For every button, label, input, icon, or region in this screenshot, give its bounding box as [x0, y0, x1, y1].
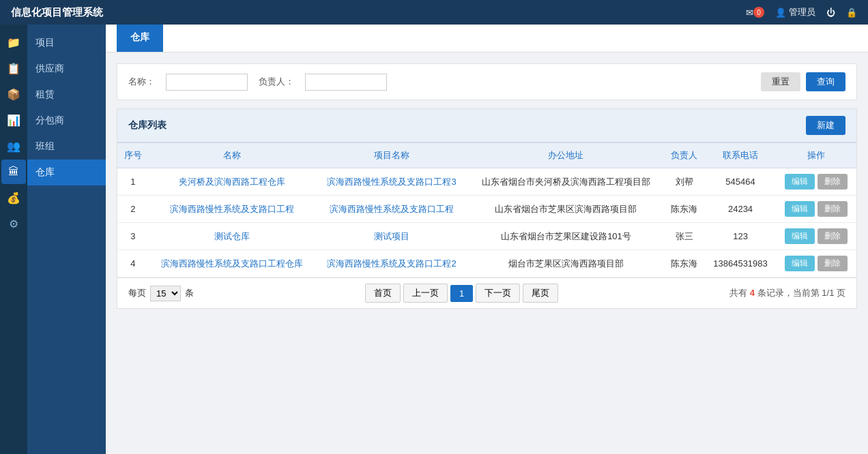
search-bar: 名称： 负责人： 重置 查询: [117, 63, 857, 100]
delete-button[interactable]: 删除: [818, 174, 848, 190]
mail-badge: 0: [753, 7, 764, 18]
main-layout: 📁 📋 📦 📊 👥 🏛 💰 ⚙ 项目 供应商 租赁 分包商 班组 仓库 仓库: [0, 25, 868, 454]
edit-button[interactable]: 编辑: [785, 228, 815, 244]
cell-project: 测试项目: [315, 223, 468, 250]
delete-button[interactable]: 删除: [818, 228, 848, 244]
content-body: 名称： 负责人： 重置 查询 仓库列表 新建 序号: [106, 52, 868, 454]
cell-id: 3: [117, 223, 149, 250]
table-row: 2 滨海西路慢性系统及支路口工程 滨海西路慢性系统及支路口工程 山东省烟台市芝果…: [117, 196, 856, 223]
sidebar-item-team[interactable]: 班组: [27, 134, 106, 160]
col-id: 序号: [117, 143, 149, 168]
name-label: 名称：: [128, 76, 155, 88]
sidebar-icon-supplier[interactable]: 📋: [1, 56, 26, 80]
col-phone: 联系电话: [705, 143, 776, 168]
query-button[interactable]: 查询: [806, 72, 845, 91]
prev-page-button[interactable]: 上一页: [403, 284, 448, 303]
col-project: 项目名称: [315, 143, 468, 168]
mail-button[interactable]: ✉ 0: [746, 7, 764, 18]
cell-project: 滨海西路慢性系统及支路口工程2: [315, 250, 468, 277]
per-page-select[interactable]: 15 20 50: [150, 286, 181, 301]
sidebar-item-project[interactable]: 项目: [27, 30, 106, 56]
project-link[interactable]: 滨海西路慢性系统及支路口工程2: [327, 258, 456, 269]
cell-address: 山东省烟台市芝果区建设路101号: [468, 223, 664, 250]
cell-contact: 刘帮: [664, 168, 705, 196]
cell-address: 山东省烟台市芝果区滨海西路项目部: [468, 196, 664, 223]
cell-action: 编辑 删除: [776, 223, 856, 250]
cell-id: 2: [117, 196, 149, 223]
per-page-label: 每页: [128, 287, 146, 299]
cell-address: 山东省烟台市夹河桥及滨海西路工程项目部: [468, 168, 664, 196]
sidebar-icon-subcontract[interactable]: 📊: [1, 108, 26, 132]
first-page-button[interactable]: 首页: [365, 284, 401, 303]
sidebar-icon-project[interactable]: 📁: [1, 30, 26, 55]
table-row: 1 夹河桥及滨海西路工程仓库 滨海西路慢性系统及支路口工程3 山东省烟台市夹河桥…: [117, 168, 856, 196]
name-link[interactable]: 滨海西路慢性系统及支路口工程: [170, 204, 294, 214]
total-text: 共有: [729, 288, 747, 298]
power-button[interactable]: ⏻: [826, 7, 835, 18]
top-header: 信息化项目管理系统 ✉ 0 👤 管理员 ⏻ 🔒: [0, 0, 868, 25]
table-row: 3 测试仓库 测试项目 山东省烟台市芝果区建设路101号 张三 123 编辑 删…: [117, 223, 856, 250]
cell-project: 滨海西路慢性系统及支路口工程3: [315, 168, 468, 196]
cell-address: 烟台市芝果区滨海西路项目部: [468, 250, 664, 277]
delete-button[interactable]: 删除: [818, 201, 848, 217]
main-content: 仓库 名称： 负责人： 重置 查询 仓库列表 新建: [106, 25, 868, 454]
cell-name: 夹河桥及滨海西路工程仓库: [149, 168, 315, 196]
edit-button[interactable]: 编辑: [785, 201, 815, 217]
per-page-unit: 条: [185, 287, 194, 299]
new-button[interactable]: 新建: [806, 116, 845, 135]
cell-contact: 张三: [664, 223, 705, 250]
table-panel-header: 仓库列表 新建: [117, 109, 856, 142]
sidebar-icon-warehouse[interactable]: 🏛: [1, 160, 26, 184]
col-address: 办公地址: [468, 143, 664, 168]
col-action: 操作: [776, 143, 856, 168]
sidebar-item-subcontract[interactable]: 分包商: [27, 108, 106, 134]
project-link[interactable]: 测试项目: [374, 231, 409, 241]
next-page-button[interactable]: 下一页: [476, 284, 520, 303]
table-panel: 仓库列表 新建 序号 名称 项目名称 办公地址 负责人 联系电话 操作: [117, 108, 857, 309]
col-contact: 负责人: [664, 143, 705, 168]
cell-action: 编辑 删除: [776, 168, 856, 196]
cell-contact: 陈东海: [664, 250, 705, 277]
last-page-button[interactable]: 尾页: [523, 284, 558, 303]
cell-project: 滨海西路慢性系统及支路口工程: [315, 196, 468, 223]
name-link[interactable]: 滨海西路慢性系统及支路口工程仓库: [161, 258, 303, 269]
sidebar-icon-team[interactable]: 👥: [1, 134, 26, 158]
power-icon: ⏻: [826, 7, 835, 18]
contact-input[interactable]: [305, 74, 387, 91]
header-right: ✉ 0 👤 管理员 ⏻ 🔒: [746, 6, 857, 18]
sidebar-icon-settings[interactable]: ⚙: [1, 211, 26, 236]
total-count: 4: [750, 288, 755, 298]
cell-phone: 24234: [705, 196, 776, 223]
cell-phone: 545464: [705, 168, 776, 196]
search-actions: 重置 查询: [761, 72, 845, 91]
sidebar-item-rental[interactable]: 租赁: [27, 82, 106, 108]
sidebar-icon-rental[interactable]: 📦: [1, 82, 26, 106]
pagination-bar: 每页 15 20 50 条 首页 上一页 1 下一页 尾页: [117, 277, 856, 308]
sidebar: 📁 📋 📦 📊 👥 🏛 💰 ⚙ 项目 供应商 租赁 分包商 班组 仓库: [0, 25, 106, 454]
user-label: 管理员: [789, 6, 815, 18]
current-page-button[interactable]: 1: [450, 285, 473, 302]
lock-button[interactable]: 🔒: [846, 7, 857, 18]
user-info[interactable]: 👤 管理员: [775, 6, 815, 18]
sidebar-item-supplier[interactable]: 供应商: [27, 56, 106, 82]
edit-button[interactable]: 编辑: [785, 174, 815, 190]
cell-action: 编辑 删除: [776, 196, 856, 223]
cell-contact: 陈东海: [664, 196, 705, 223]
sidebar-item-warehouse[interactable]: 仓库: [27, 160, 106, 185]
pagination-center: 首页 上一页 1 下一页 尾页: [365, 284, 558, 303]
name-link[interactable]: 夹河桥及滨海西路工程仓库: [179, 177, 285, 187]
sidebar-icon-finance[interactable]: 💰: [1, 185, 26, 210]
cell-action: 编辑 删除: [776, 250, 856, 277]
text-sidebar: 项目 供应商 租赁 分包商 班组 仓库: [27, 25, 106, 454]
project-link[interactable]: 滨海西路慢性系统及支路口工程3: [327, 177, 456, 187]
table-panel-title: 仓库列表: [128, 119, 167, 132]
tab-warehouse[interactable]: 仓库: [117, 25, 163, 52]
name-link[interactable]: 测试仓库: [214, 231, 250, 241]
name-input[interactable]: [166, 74, 248, 91]
table-row: 4 滨海西路慢性系统及支路口工程仓库 滨海西路慢性系统及支路口工程2 烟台市芝果…: [117, 250, 856, 277]
app-title: 信息化项目管理系统: [11, 6, 103, 19]
edit-button[interactable]: 编辑: [785, 256, 815, 271]
project-link[interactable]: 滨海西路慢性系统及支路口工程: [330, 204, 454, 214]
reset-button[interactable]: 重置: [761, 72, 800, 91]
delete-button[interactable]: 删除: [818, 256, 848, 271]
